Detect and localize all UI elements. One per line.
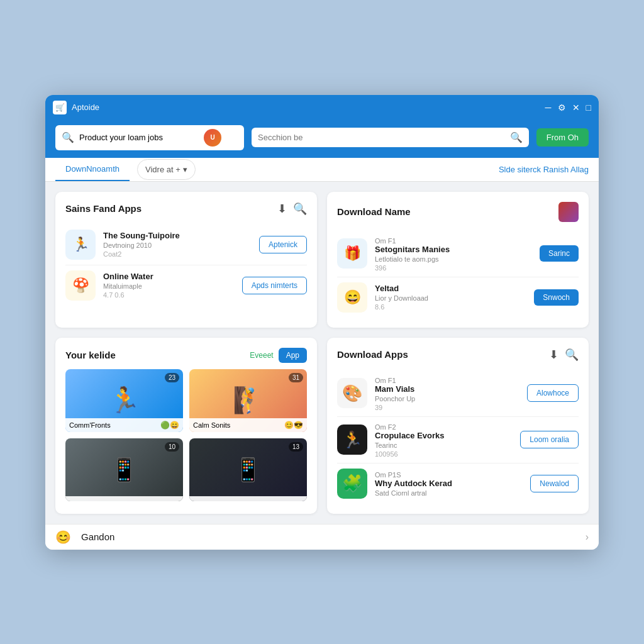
card4-app3-label: Om P1S: [375, 471, 523, 479]
chevron-right-icon: ›: [586, 531, 589, 543]
list-item[interactable]: 🏃 23 Comm'Fronts 🟢😄: [65, 369, 183, 432]
card4-app1-icon: 🎨: [337, 378, 367, 408]
secondary-search-box[interactable]: 🔍: [252, 128, 529, 147]
card4-app2-name: Cropulace Evorks: [375, 431, 513, 440]
bottom-icon: 😊: [55, 530, 71, 545]
chevron-down-icon: ▾: [183, 165, 187, 174]
card4-app1-label: Om F1: [375, 377, 519, 384]
user-avatar[interactable]: U: [204, 129, 221, 147]
card4-app3-sub: Satd Ciornl artral: [375, 489, 523, 497]
app-icon: 🛒: [53, 101, 67, 114]
list-item: 🧩 Om P1S Why Autdock Kerad Satd Ciornl a…: [337, 464, 579, 504]
download-icon[interactable]: ⬇: [277, 202, 287, 216]
action-button[interactable]: From Oh: [536, 128, 589, 147]
card2-app2-name: Yeltad: [375, 284, 526, 293]
card-download-name: Download Name 🎁 Om F1 Setognitars Manies…: [327, 192, 589, 328]
grid-label: Comm'Fronts 🟢😄: [65, 418, 183, 432]
card3-title: Your kelide: [65, 350, 250, 360]
card4-app1-button[interactable]: Alowhoce: [527, 384, 579, 402]
bottom-bar: 😊 Gandon ›: [45, 524, 599, 550]
list-item[interactable]: 📱 10: [65, 438, 183, 501]
card2-app1-button[interactable]: Sarinc: [540, 245, 579, 262]
secondary-search-icon: 🔍: [510, 131, 523, 143]
card2-app1-info: Om F1 Setognitars Manies Letlotialo te a…: [375, 236, 532, 272]
card4-app3-info: Om P1S Why Autdock Kerad Satd Ciornl art…: [375, 470, 523, 497]
grid-label: [65, 496, 183, 501]
grid-item-emojis: 🟢😄: [160, 421, 179, 430]
card4-app2-meta: 100956: [375, 450, 513, 458]
search-icon[interactable]: 🔍: [293, 202, 307, 216]
list-item: 🏃 Om F2 Cropulace Evorks Tearinc 100956 …: [337, 417, 579, 464]
card4-app3-icon: 🧩: [337, 469, 367, 499]
main-search-box[interactable]: 🔍 U ⋮: [55, 125, 244, 150]
grid-item-emojis: 😊😎: [284, 421, 303, 430]
card2-app1-icon: 🎁: [337, 238, 367, 269]
grid-badge: 10: [165, 442, 179, 452]
grid-label: Calm Sonits 😊😎: [189, 418, 307, 432]
card4-app1-name: Mam Vials: [375, 384, 519, 394]
app1-info: The Soung-Tuipoire Devtnoing 2010 Coat2: [103, 231, 252, 258]
grid-list: 🏃 23 Comm'Fronts 🟢😄 🧗 31 Calm Sonits 😊😎: [65, 369, 307, 501]
title-bar-text: Aptoide: [72, 103, 540, 112]
app2-meta: 4.7 0.6: [103, 291, 235, 299]
more-options-icon[interactable]: ⋮: [226, 131, 238, 145]
tab-downloads[interactable]: DownNnoamth: [55, 158, 130, 181]
search-icon[interactable]: 🔍: [565, 348, 579, 362]
card4-app1-info: Om F1 Mam Vials Poonchor Up 39: [375, 375, 519, 411]
close-icon[interactable]: ✕: [572, 103, 580, 113]
card2-app1-label: Om F1: [375, 237, 532, 245]
main-search-input[interactable]: [79, 133, 199, 142]
card4-title: Download Apps: [337, 349, 549, 360]
tab-dropdown[interactable]: Vidre at + ▾: [137, 159, 196, 180]
list-item[interactable]: 🧗 31 Calm Sonits 😊😎: [189, 369, 307, 432]
card2-header: Download Name: [337, 202, 579, 222]
browse-button[interactable]: Eveeet: [250, 351, 273, 360]
grid-label: [189, 496, 307, 501]
restore-icon[interactable]: □: [586, 103, 591, 113]
search-icon: 🔍: [62, 131, 74, 143]
card4-app2-button[interactable]: Loom oralia: [520, 431, 579, 448]
app1-name: The Soung-Tuipoire: [103, 231, 252, 240]
window-controls: ─ ⚙ ✕ □: [545, 103, 591, 113]
minimize-icon[interactable]: ─: [545, 103, 552, 113]
card4-app2-icon: 🏃: [337, 425, 367, 455]
list-item: 🎁 Om F1 Setognitars Manies Letlotialo te…: [337, 231, 579, 277]
card-sains-fand-apps: Sains Fand Apps ⬇ 🔍 🏃 The Soung-Tuipoire…: [55, 192, 317, 328]
grid-item-label: Comm'Fronts: [69, 421, 111, 429]
app2-action-button[interactable]: Apds nimterts: [242, 277, 307, 294]
settings-icon[interactable]: ⚙: [558, 103, 566, 113]
grid-item-label: Calm Sonits: [193, 421, 230, 429]
card4-app3-name: Why Autdock Kerad: [375, 479, 523, 488]
card2-app1-meta: 396: [375, 264, 532, 272]
card4-icons: ⬇ 🔍: [549, 348, 579, 362]
app2-icon: 🍄: [65, 270, 96, 301]
card1-title: Sains Fand Apps: [65, 203, 277, 214]
card4-header: Download Apps ⬇ 🔍: [337, 348, 579, 362]
app-button[interactable]: App: [279, 348, 307, 363]
card2-title: Download Name: [337, 206, 558, 217]
app2-name: Online Water: [103, 272, 235, 281]
card2-app2-icon: 😄: [337, 282, 367, 313]
card4-app2-sub: Tearinc: [375, 441, 513, 449]
list-item: 😄 Yeltad Lior y Downloaad 8.6 Snwoch: [337, 277, 579, 318]
download-icon[interactable]: ⬇: [549, 348, 558, 362]
card2-app2-button[interactable]: Snwoch: [534, 289, 579, 306]
app1-action-button[interactable]: Aptenick: [259, 236, 307, 253]
list-item[interactable]: 📱 13: [189, 438, 307, 501]
list-item: 🍄 Online Water Mitaluimaple 4.7 0.6 Apds…: [65, 265, 307, 306]
card4-app2-info: Om F2 Cropulace Evorks Tearinc 100956: [375, 422, 513, 458]
card2-app2-info: Yeltad Lior y Downloaad 8.6: [375, 284, 526, 311]
card4-app3-button[interactable]: Newalod: [530, 475, 579, 492]
card2-app2-sub: Lior y Downloaad: [375, 294, 526, 302]
card4-app2-label: Om F2: [375, 423, 513, 431]
app1-sub: Devtnoing 2010: [103, 242, 252, 249]
nav-right-link[interactable]: Slde siterck Ranish Allag: [499, 165, 589, 174]
grid-badge: 31: [289, 373, 303, 382]
secondary-search-input[interactable]: [258, 133, 505, 142]
app1-icon: 🏃: [65, 230, 96, 260]
title-bar: 🛒 Aptoide ─ ⚙ ✕ □: [45, 95, 599, 120]
app-icon-symbol: 🛒: [55, 103, 65, 112]
app2-sub: Mitaluimaple: [103, 282, 235, 290]
toolbar: 🔍 U ⋮ 🔍 From Oh: [45, 120, 599, 158]
nav-tabs: DownNnoamth Vidre at + ▾ Slde siterck Ra…: [45, 158, 599, 182]
